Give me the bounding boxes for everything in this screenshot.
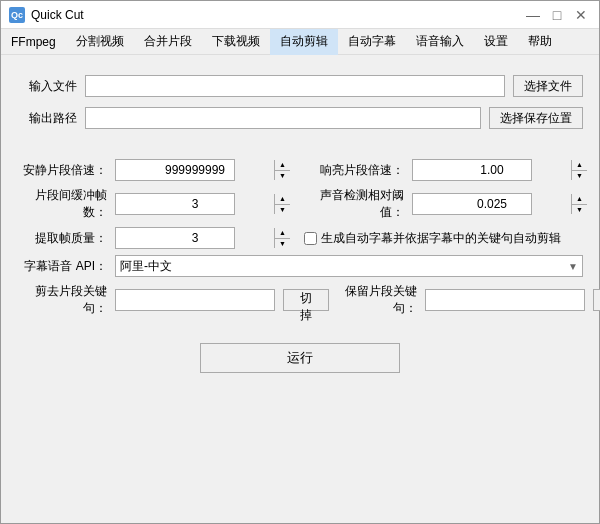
run-section: 运行 xyxy=(17,343,583,373)
buffer-count-wrap: ▲ ▼ xyxy=(115,193,235,215)
frame-quality-row: 提取帧质量： ▲ ▼ 生成自动字幕并依据字幕中的关键句自动剪辑 xyxy=(17,227,583,249)
api-dropdown-icon: ▼ xyxy=(564,261,582,272)
menu-split-video[interactable]: 分割视频 xyxy=(66,29,134,55)
threshold-input[interactable] xyxy=(413,194,571,214)
main-window: Qc Quick Cut — □ ✕ FFmpeg 分割视频 合并片段 下载视频… xyxy=(0,0,600,524)
keep-keyword-label: 保留片段关键句： xyxy=(337,283,417,317)
window-controls: — □ ✕ xyxy=(523,5,591,25)
silent-speed-wrap: ▲ ▼ xyxy=(115,159,235,181)
silent-speed-down[interactable]: ▼ xyxy=(275,171,290,181)
minimize-button[interactable]: — xyxy=(523,5,543,25)
auto-gen-label: 生成自动字幕并依据字幕中的关键句自动剪辑 xyxy=(321,230,561,247)
window-title: Quick Cut xyxy=(31,8,523,22)
params-section: 安静片段倍速： ▲ ▼ 响亮片段倍速： ▲ xyxy=(17,159,583,317)
cut-keyword-label: 剪去片段关键句： xyxy=(17,283,107,317)
silent-speed-label: 安静片段倍速： xyxy=(17,162,107,179)
loud-speed-spinner: ▲ ▼ xyxy=(571,160,587,180)
buffer-left: 片段间缓冲帧数： ▲ ▼ xyxy=(17,187,296,221)
threshold-down[interactable]: ▼ xyxy=(572,205,587,215)
buffer-count-up[interactable]: ▲ xyxy=(275,194,290,205)
title-bar: Qc Quick Cut — □ ✕ xyxy=(1,1,599,29)
keep-keyword-button[interactable]: 保留 xyxy=(593,289,600,311)
menu-voice-input[interactable]: 语音输入 xyxy=(406,29,474,55)
silent-speed-left: 安静片段倍速： ▲ ▼ xyxy=(17,159,296,181)
frame-quality-down[interactable]: ▼ xyxy=(275,239,290,249)
maximize-button[interactable]: □ xyxy=(547,5,567,25)
cut-keyword-input[interactable] xyxy=(116,290,274,310)
output-path-label: 输出路径 xyxy=(17,110,77,127)
threshold-up[interactable]: ▲ xyxy=(572,194,587,205)
silent-speed-input[interactable] xyxy=(116,160,274,180)
api-select[interactable]: 阿里-中文 xyxy=(116,256,564,276)
frame-quality-spinner: ▲ ▼ xyxy=(274,228,290,248)
silent-speed-up[interactable]: ▲ xyxy=(275,160,290,171)
input-file-row: 输入文件 选择文件 xyxy=(17,75,583,97)
frame-quality-input[interactable] xyxy=(116,228,274,248)
menu-merge-clips[interactable]: 合并片段 xyxy=(134,29,202,55)
loud-speed-right: 响亮片段倍速： ▲ ▼ xyxy=(304,159,583,181)
auto-gen-checkbox[interactable] xyxy=(304,232,317,245)
frame-quality-wrap: ▲ ▼ xyxy=(115,227,235,249)
loud-speed-down[interactable]: ▼ xyxy=(572,171,587,181)
content-area: 输入文件 选择文件 输出路径 选择保存位置 安静片段倍速： ▲ xyxy=(1,55,599,523)
frame-quality-left: 提取帧质量： ▲ ▼ xyxy=(17,227,296,249)
api-select-wrap: 阿里-中文 ▼ xyxy=(115,255,583,277)
auto-gen-checkbox-row: 生成自动字幕并依据字幕中的关键句自动剪辑 xyxy=(304,230,561,247)
menu-help[interactable]: 帮助 xyxy=(518,29,562,55)
keep-keyword-input-wrap xyxy=(425,289,585,311)
buffer-count-label: 片段间缓冲帧数： xyxy=(17,187,107,221)
input-file-label: 输入文件 xyxy=(17,78,77,95)
threshold-wrap: ▲ ▼ xyxy=(412,193,532,215)
menu-ffmpeg[interactable]: FFmpeg xyxy=(1,29,66,55)
menu-auto-subtitle[interactable]: 自动字幕 xyxy=(338,29,406,55)
keyword-row: 剪去片段关键句： 切掉 保留片段关键句： 保留 xyxy=(17,283,583,317)
cut-keyword-input-wrap xyxy=(115,289,275,311)
buffer-count-input[interactable] xyxy=(116,194,274,214)
output-path-field[interactable] xyxy=(85,107,481,129)
buffer-count-down[interactable]: ▼ xyxy=(275,205,290,215)
speed-row: 安静片段倍速： ▲ ▼ 响亮片段倍速： ▲ xyxy=(17,159,583,181)
threshold-right: 声音检测相对阈值： ▲ ▼ xyxy=(304,187,583,221)
api-row: 字幕语音 API： 阿里-中文 ▼ xyxy=(17,255,583,277)
menu-download-video[interactable]: 下载视频 xyxy=(202,29,270,55)
auto-gen-right: 生成自动字幕并依据字幕中的关键句自动剪辑 xyxy=(304,230,583,247)
menu-bar: FFmpeg 分割视频 合并片段 下载视频 自动剪辑 自动字幕 语音输入 设置 … xyxy=(1,29,599,55)
loud-speed-wrap: ▲ ▼ xyxy=(412,159,532,181)
run-button[interactable]: 运行 xyxy=(200,343,400,373)
frame-quality-up[interactable]: ▲ xyxy=(275,228,290,239)
keep-keyword-input[interactable] xyxy=(426,290,584,310)
frame-quality-label: 提取帧质量： xyxy=(17,230,107,247)
threshold-spinner: ▲ ▼ xyxy=(571,194,587,214)
menu-auto-cut[interactable]: 自动剪辑 xyxy=(270,29,338,55)
select-file-button[interactable]: 选择文件 xyxy=(513,75,583,97)
loud-speed-label: 响亮片段倍速： xyxy=(304,162,404,179)
threshold-label: 声音检测相对阈值： xyxy=(304,187,404,221)
api-label: 字幕语音 API： xyxy=(17,258,107,275)
cut-keyword-button[interactable]: 切掉 xyxy=(283,289,329,311)
silent-speed-spinner: ▲ ▼ xyxy=(274,160,290,180)
app-icon: Qc xyxy=(9,7,25,23)
input-file-field[interactable] xyxy=(85,75,505,97)
close-button[interactable]: ✕ xyxy=(571,5,591,25)
menu-settings[interactable]: 设置 xyxy=(474,29,518,55)
select-save-button[interactable]: 选择保存位置 xyxy=(489,107,583,129)
buffer-threshold-row: 片段间缓冲帧数： ▲ ▼ 声音检测相对阈值： ▲ xyxy=(17,187,583,221)
output-path-row: 输出路径 选择保存位置 xyxy=(17,107,583,129)
loud-speed-up[interactable]: ▲ xyxy=(572,160,587,171)
loud-speed-input[interactable] xyxy=(413,160,571,180)
buffer-count-spinner: ▲ ▼ xyxy=(274,194,290,214)
